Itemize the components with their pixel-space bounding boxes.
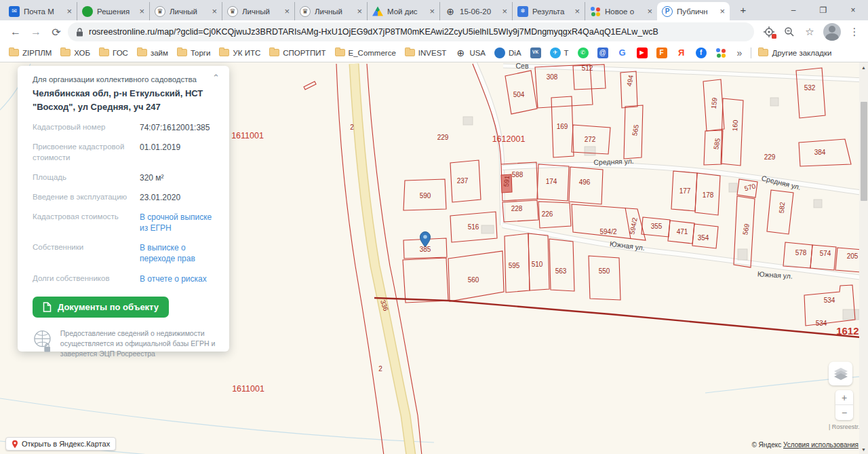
- page-scrollbar[interactable]: ▲ ▼: [859, 62, 868, 454]
- tab-close-icon[interactable]: ×: [719, 7, 725, 16]
- tab-2[interactable]: ♛Личный×: [149, 2, 222, 20]
- tab-title: Мой дис: [387, 7, 425, 16]
- folder-icon: [335, 49, 345, 56]
- bookmark-facebook[interactable]: f: [694, 46, 709, 60]
- tab-5[interactable]: Мой дис×: [367, 2, 439, 20]
- tab-close-icon[interactable]: ×: [502, 7, 507, 16]
- tab-close-icon[interactable]: ×: [139, 7, 144, 16]
- green-favicon: [82, 6, 93, 17]
- zoom-out-page-icon[interactable]: [783, 25, 796, 39]
- tab-0[interactable]: ✉Почта M×: [4, 2, 77, 20]
- bookmark-at[interactable]: @: [595, 46, 610, 60]
- close-window-button[interactable]: ×: [838, 0, 868, 20]
- minimize-button[interactable]: –: [778, 0, 808, 20]
- bookmark-ук-итс[interactable]: УК ИТС: [217, 48, 262, 58]
- bookmarks-divider: [751, 48, 751, 58]
- yandex-attribution: © Яндекс Условия использования: [751, 441, 859, 449]
- documents-button-label: Документы по объекту: [58, 302, 159, 312]
- folder-icon: [137, 49, 147, 56]
- bookmark-vk[interactable]: VK: [528, 46, 543, 60]
- open-in-yandex-maps-button[interactable]: Открыть в Яндекс.Картах: [5, 437, 116, 451]
- bookmark-star-icon[interactable]: ☆: [803, 25, 816, 39]
- bookmark-спортпит[interactable]: СПОРТПИТ: [267, 48, 328, 58]
- bookmark-invest[interactable]: INVEST: [403, 48, 449, 58]
- tab-8[interactable]: Новое о×: [585, 2, 657, 20]
- forange-icon: F: [656, 48, 667, 58]
- attribute-value: 23.01.2020: [140, 192, 216, 203]
- tab-3[interactable]: ♛Личный×: [222, 2, 294, 20]
- zoom-in-button[interactable]: +: [835, 390, 853, 405]
- address-bar[interactable]: rosreestronline.ru/map/?gclid=Cj0KCQjwuJ…: [68, 22, 754, 41]
- attribute-label: Долги собственников: [33, 273, 133, 284]
- document-icon: [43, 302, 52, 312]
- attribute-link[interactable]: В срочной выписке из ЕГРН: [140, 212, 216, 233]
- bookmarks-overflow-chevron[interactable]: »: [733, 48, 747, 58]
- profile-avatar[interactable]: [823, 23, 841, 41]
- tab-9[interactable]: PПубличн×: [657, 2, 730, 20]
- back-button[interactable]: ←: [7, 23, 24, 41]
- scroll-down-arrow[interactable]: ▼: [859, 445, 868, 453]
- bookmark-торги[interactable]: Торги: [175, 48, 213, 58]
- tab-close-icon[interactable]: ×: [357, 7, 362, 16]
- tab-title: Результа: [532, 7, 570, 16]
- tab-1[interactable]: Решения×: [77, 2, 149, 20]
- whatsapp-icon: ✆: [578, 48, 589, 58]
- other-bookmarks[interactable]: Другие закладки: [756, 48, 833, 58]
- tab-strip: ✉Почта M×Решения×♛Личный×♛Личный×♛Личный…: [0, 0, 868, 20]
- zoom-out-button[interactable]: −: [835, 405, 853, 420]
- terms-link[interactable]: Условия использования: [783, 441, 859, 449]
- bookmark-gletter[interactable]: G: [615, 46, 630, 60]
- lock-icon: [76, 28, 83, 37]
- bookmark-гос[interactable]: ГОС: [97, 48, 130, 58]
- bookmark-usa[interactable]: ⊕USA: [453, 46, 488, 60]
- attribute-link[interactable]: В отчете о рисках: [140, 273, 216, 284]
- map-layers-button[interactable]: [829, 362, 852, 385]
- attribute-value: 320 м²: [140, 172, 216, 183]
- attribute-label: Площадь: [33, 172, 133, 183]
- attribute-link[interactable]: В выписке о переходе прав: [140, 242, 216, 264]
- tab-4[interactable]: ♛Личный×: [294, 2, 367, 20]
- attribute-label: Введение в эксплуатацию: [33, 192, 133, 203]
- forward-button[interactable]: →: [27, 23, 45, 41]
- youtube-icon: ▶: [637, 48, 648, 58]
- reload-button[interactable]: ⟳: [47, 23, 65, 41]
- bookmark-forange[interactable]: F: [654, 46, 669, 60]
- attribute-label: Собственники: [33, 242, 133, 264]
- folder-icon: [269, 49, 279, 56]
- attribute-label: Кадастровый номер: [33, 122, 133, 133]
- yandex-pin-icon: [12, 440, 18, 449]
- bookmark-youtube[interactable]: ▶: [635, 46, 650, 60]
- tab-close-icon[interactable]: ×: [429, 7, 435, 16]
- bookmark-dia[interactable]: DiA: [492, 46, 524, 60]
- bookmark-ziрплм[interactable]: ZIРПЛМ: [7, 48, 54, 58]
- menu-kebab-icon[interactable]: ⋮: [848, 25, 861, 39]
- scroll-up-arrow[interactable]: ▲: [859, 63, 868, 71]
- tab-close-icon[interactable]: ×: [647, 7, 652, 16]
- bookmark-whatsapp[interactable]: ✆: [576, 46, 591, 60]
- emblem-favicon: ♛: [300, 6, 311, 17]
- scrollbar-thumb[interactable]: [861, 102, 867, 201]
- window-controls: – ❐ ×: [778, 0, 868, 20]
- footnote-text: Предоставление сведений о недвижимости о…: [60, 328, 216, 360]
- documents-button[interactable]: Документы по объекту: [33, 297, 169, 318]
- tab-close-icon[interactable]: ×: [284, 7, 290, 16]
- extension-badge: [772, 34, 776, 39]
- tab-7[interactable]: ❄Результа×: [512, 2, 585, 20]
- extension-target-icon[interactable]: [762, 25, 776, 39]
- rosreestr-attribution: | Rosreestr.: [829, 423, 860, 430]
- maximize-button[interactable]: ❐: [808, 0, 838, 20]
- tab-6[interactable]: ⊕15-06-20×: [439, 2, 512, 20]
- tab-close-icon[interactable]: ×: [66, 7, 72, 16]
- bookmark-t[interactable]: ✈T: [548, 46, 571, 60]
- bookmark-займ[interactable]: займ: [135, 48, 170, 58]
- new-tab-button[interactable]: +: [735, 1, 751, 18]
- attribute-row: Присвоение кадастровой стоимости01.01.20…: [33, 142, 216, 163]
- bookmark-e_commerce[interactable]: E_Commerce: [333, 48, 398, 58]
- bookmark-хоб[interactable]: ХОБ: [58, 48, 92, 58]
- collapse-panel-icon[interactable]: ⌃: [212, 73, 220, 83]
- bookmark-yandex[interactable]: Я: [674, 46, 689, 60]
- tab-close-icon[interactable]: ×: [574, 7, 580, 16]
- dia-icon: [494, 48, 505, 58]
- tab-close-icon[interactable]: ×: [212, 7, 217, 16]
- bookmark-dots[interactable]: [713, 46, 728, 60]
